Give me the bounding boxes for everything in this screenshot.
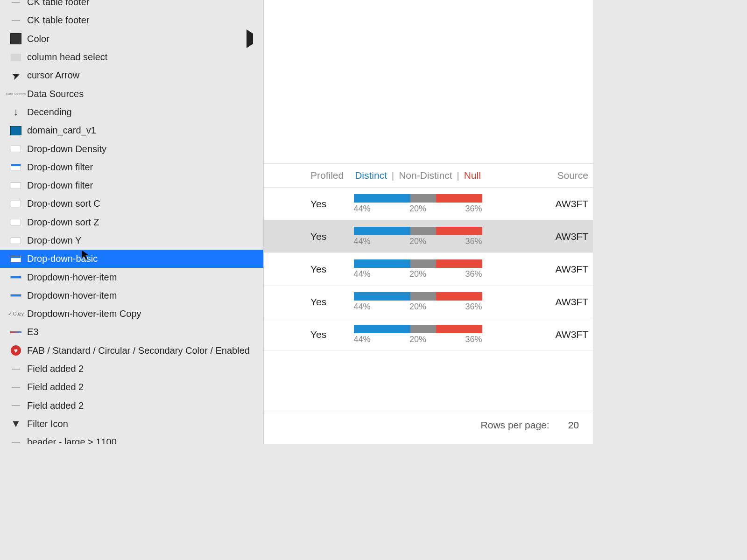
arrow-down-icon: ↓: [9, 105, 22, 119]
fab-icon: ♥: [9, 344, 22, 357]
sidebar-item-filter-icon[interactable]: ▼Filter Icon: [0, 415, 263, 433]
sidebar-item-label: FAB / Standard / Circular / Secondary Co…: [27, 345, 250, 356]
domain-icon: [9, 124, 22, 137]
cell-profiled: Yes: [264, 231, 348, 242]
cell-source: AW3FT: [488, 296, 593, 308]
sidebar-item-fab-standard-circular-secondary-color-enabled[interactable]: ♥FAB / Standard / Circular / Secondary C…: [0, 342, 263, 360]
pct-null: 36%: [465, 335, 482, 344]
pct-null: 36%: [465, 302, 482, 312]
table-footer: Rows per page: 20: [264, 411, 593, 439]
dropdown-blue-icon: [9, 252, 22, 266]
dash-icon: [9, 14, 22, 27]
pct-null: 36%: [465, 237, 482, 246]
sidebar-item-label: Filter Icon: [27, 419, 68, 429]
cell-distribution: 44%20%36%: [348, 194, 488, 214]
sidebar-item-data-sources[interactable]: Data SourcesData Sources: [0, 84, 263, 103]
sidebar-item-drop-down-y[interactable]: Drop-down Y: [0, 231, 263, 250]
sidebar-item-ck-table-footer[interactable]: CK table footer: [0, 11, 263, 29]
sidebar-item-drop-down-sort-z[interactable]: Drop-down sort Z: [0, 213, 263, 231]
distribution-bar: [354, 292, 482, 301]
cell-distribution: 44%20%36%: [348, 325, 488, 344]
cell-distribution: 44%20%36%: [348, 227, 488, 246]
sidebar-item-cursor-arrow[interactable]: ➤cursor Arrow: [0, 66, 263, 84]
sidebar-item-drop-down-filter[interactable]: Drop-down filter: [0, 176, 263, 195]
dropdown-icon: [9, 179, 22, 192]
col-header-source[interactable]: Source: [488, 170, 593, 181]
sidebar-item-dropdown-hover-item-copy[interactable]: ✓ CozyDropdown-hover-item Copy: [0, 305, 263, 323]
header-distinct: Distinct: [355, 170, 387, 181]
rows-per-page-label: Rows per page:: [481, 420, 550, 431]
sidebar-item-label: Decending: [27, 107, 72, 118]
col-header-distribution[interactable]: Distinct | Non-Distinct | Null: [348, 170, 488, 181]
dash-icon: [9, 436, 22, 444]
sidebar-item-drop-down-filter[interactable]: Drop-down filter: [0, 158, 263, 176]
pct-distinct: 44%: [354, 204, 371, 214]
sidebar-item-decending[interactable]: ↓Decending: [0, 103, 263, 121]
square-dark-icon: [9, 32, 22, 45]
table-row[interactable]: Yes44%20%36%AW3FT: [264, 253, 593, 286]
sidebar-item-label: Field added 2: [27, 382, 84, 392]
col-header-profiled[interactable]: Profiled: [264, 170, 348, 181]
sidebar-item-domain-card-v1[interactable]: domain_card_v1: [0, 121, 263, 140]
bar-null: [436, 325, 482, 333]
pct-nondistinct: 20%: [409, 237, 426, 246]
sidebar-item-field-added-2[interactable]: Field added 2: [0, 397, 263, 415]
sidebar-item-field-added-2[interactable]: Field added 2: [0, 360, 263, 378]
sidebar-item-color[interactable]: Color: [0, 30, 263, 48]
bar-nondistinct: [410, 325, 436, 333]
sidebar-item-dropdown-hover-item[interactable]: Dropdown-hover-item: [0, 287, 263, 305]
sidebar-item-field-added-2[interactable]: Field added 2: [0, 378, 263, 396]
cell-profiled: Yes: [264, 296, 348, 308]
pct-nondistinct: 20%: [409, 335, 426, 344]
submenu-arrow-icon: [247, 34, 253, 44]
table-row[interactable]: Yes44%20%36%AW3FT: [264, 286, 593, 318]
sidebar-item-label: Drop-down-basic: [27, 253, 98, 264]
sidebar-item-column-head-select[interactable]: column head select: [0, 48, 263, 66]
dash-icon: [9, 363, 22, 376]
sidebar-item-label: Data Sources: [27, 89, 84, 99]
sidebar-item-dropdown-hover-item[interactable]: Dropdown-hover-item: [0, 268, 263, 286]
bar-nondistinct: [410, 259, 436, 268]
table-header-row: Profiled Distinct | Non-Distinct | Null …: [264, 163, 593, 188]
pct-nondistinct: 20%: [409, 302, 426, 312]
sidebar-item-label: E3: [27, 327, 38, 337]
sidebar-item-drop-down-density[interactable]: Drop-down Density: [0, 140, 263, 158]
sidebar-item-label: Drop-down filter: [27, 162, 93, 173]
sidebar-item-label: column head select: [27, 52, 107, 63]
distribution-bar: [354, 325, 482, 333]
e3-icon: [9, 326, 22, 339]
sidebar-item-label: Drop-down filter: [27, 180, 93, 191]
pct-nondistinct: 20%: [409, 269, 426, 279]
sidebar-item-label: cursor Arrow: [27, 70, 79, 81]
pct-null: 36%: [465, 269, 482, 279]
sidebar-item-label: Dropdown-hover-item: [27, 272, 117, 283]
sidebar-item-drop-down-sort-c[interactable]: Drop-down sort C: [0, 195, 263, 213]
sidebar-item-header-large-1100[interactable]: header - large > 1100: [0, 433, 263, 444]
dropdown-blue-icon: [9, 161, 22, 174]
cell-source: AW3FT: [488, 231, 593, 242]
sidebar-item-e3[interactable]: E3: [0, 323, 263, 341]
sidebar-item-label: CK table footer: [27, 15, 89, 26]
check-cozy-icon: ✓ Cozy: [9, 308, 22, 321]
dash-icon: [9, 399, 22, 412]
blue-bar-icon: [9, 289, 22, 302]
bar-distinct: [354, 292, 410, 301]
sidebar-item-label: Dropdown-hover-item Copy: [27, 308, 141, 319]
sidebar-item-label: Drop-down sort Z: [27, 217, 99, 228]
sidebar-item-drop-down-basic[interactable]: Drop-down-basic: [0, 250, 263, 268]
sidebar-item-label: Color: [27, 34, 49, 44]
rows-per-page-value[interactable]: 20: [568, 420, 579, 431]
sidebar-item-ck-table-footer[interactable]: CK table footer: [0, 0, 263, 11]
dropdown-icon: [9, 142, 22, 155]
sidebar-item-label: Drop-down sort C: [27, 198, 100, 209]
pct-distinct: 44%: [354, 335, 371, 344]
dropdown-icon: [9, 234, 22, 247]
table-row[interactable]: Yes44%20%36%AW3FT: [264, 188, 593, 220]
header-nondistinct: Non-Distinct: [399, 170, 452, 181]
table-row[interactable]: Yes44%20%36%AW3FT: [264, 318, 593, 351]
main-canvas: Profiled Distinct | Non-Distinct | Null …: [264, 0, 593, 444]
bar-null: [436, 259, 482, 268]
distribution-bar: [354, 259, 482, 268]
table-row[interactable]: Yes44%20%36%AW3FT: [264, 220, 593, 253]
sidebar-item-label: Drop-down Density: [27, 144, 106, 154]
